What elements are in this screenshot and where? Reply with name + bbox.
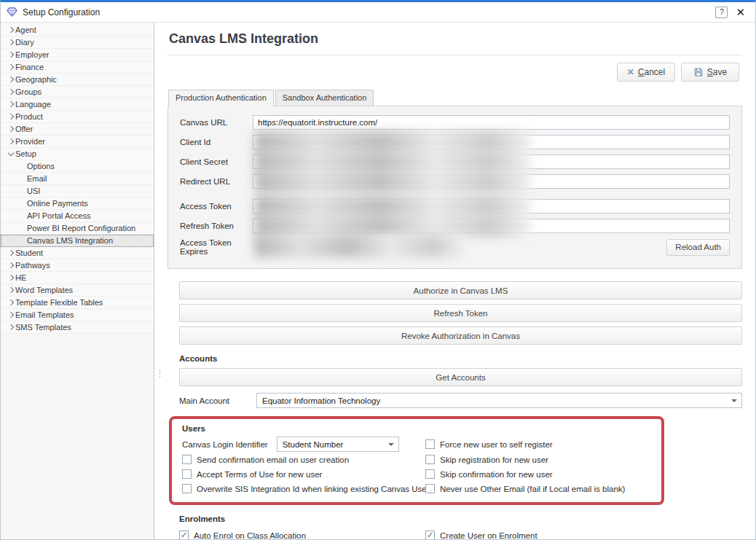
reload-auth-button[interactable]: Reload Auth <box>666 239 730 256</box>
field-input-access-token[interactable] <box>253 199 730 214</box>
chevron-right-icon[interactable] <box>6 251 15 255</box>
chevron-right-icon[interactable] <box>6 127 15 131</box>
users-heading: Users <box>182 424 653 433</box>
field-input-redirect-url[interactable] <box>253 174 730 189</box>
sidebar-item-diary[interactable]: Diary <box>1 36 154 49</box>
main-account-label: Main Account <box>179 396 256 405</box>
chevron-right-icon[interactable] <box>6 325 15 329</box>
sidebar-item-finance[interactable]: Finance <box>1 61 154 74</box>
help-button[interactable]: ? <box>715 7 728 18</box>
sidebar-item-student[interactable]: Student <box>1 247 154 259</box>
sidebar-item-label: SMS Templates <box>15 323 71 332</box>
chevron-right-icon[interactable] <box>6 77 15 82</box>
sidebar-item-label: Power BI Report Configuration <box>27 224 135 232</box>
sidebar-item-power-bi-report-configuration[interactable]: Power BI Report Configuration <box>1 222 154 235</box>
field-row-canvas-url: Canvas URLhttps://equatorit.instructure.… <box>180 115 730 130</box>
checkbox-force-new-user-to-self-register[interactable]: Force new user to self register <box>425 439 653 449</box>
tab-sandbox-authentication[interactable]: Sandbox Authentication <box>275 90 374 106</box>
redaction-blur <box>255 171 531 192</box>
field-value-canvas-url: https://equatorit.instructure.com/ <box>258 118 377 127</box>
chevron-right-icon[interactable] <box>6 139 15 144</box>
field-input-client-id[interactable] <box>253 135 730 149</box>
field-input-refresh-token[interactable] <box>253 219 730 233</box>
field-input-canvas-url[interactable]: https://equatorit.instructure.com/ <box>253 115 730 130</box>
chevron-right-icon[interactable] <box>6 90 15 94</box>
sidebar-item-label: Agent <box>15 26 36 34</box>
sidebar-item-word-templates[interactable]: Word Templates <box>1 284 154 297</box>
sidebar-item-he[interactable]: HE <box>1 272 154 284</box>
main-account-select[interactable]: Equator Information Technology <box>256 393 742 408</box>
revoke-authorization-in-canvas-button[interactable]: Revoke Authorization in Canvas <box>179 326 742 345</box>
sidebar-item-usi[interactable]: USI <box>1 185 154 197</box>
save-button[interactable]: Save <box>681 63 739 82</box>
sidebar-item-pathways[interactable]: Pathways <box>1 259 154 272</box>
close-button[interactable]: ✕ <box>733 7 748 17</box>
authorize-in-canvas-lms-button[interactable]: Authorize in Canvas LMS <box>179 281 742 300</box>
app-gem-icon <box>7 7 17 17</box>
chevron-right-icon[interactable] <box>6 28 15 32</box>
sidebar-item-geographic[interactable]: Geographic <box>1 74 154 86</box>
main-account-row: Main Account Equator Information Technol… <box>179 393 742 408</box>
checkbox-accept-terms-of-use-for-new-user[interactable]: Accept Terms of Use for new user <box>182 469 420 479</box>
sidebar-item-template-flexible-tables[interactable]: Template Flexible Tables <box>1 297 154 309</box>
chevron-right-icon[interactable] <box>6 288 15 292</box>
unchecked-checkbox-icon <box>182 455 192 464</box>
chevron-right-icon[interactable] <box>6 52 15 57</box>
sidebar-item-options[interactable]: Options <box>1 160 154 173</box>
chevron-right-icon[interactable] <box>6 40 15 44</box>
sidebar-item-offer[interactable]: Offer <box>1 123 154 136</box>
chevron-right-icon[interactable] <box>6 102 15 106</box>
page-title: Canvas LMS Integration <box>168 28 742 55</box>
main-content: Canvas LMS Integration ✕ Cancel Save Pro… <box>154 23 755 539</box>
sidebar-item-email[interactable]: Email <box>1 173 154 185</box>
sidebar-item-agent[interactable]: Agent <box>1 24 154 36</box>
sidebar-item-canvas-lms-integration[interactable]: Canvas LMS Integration <box>1 235 154 247</box>
cancel-button-label: Cancel <box>638 67 665 77</box>
chevron-right-icon[interactable] <box>6 275 15 280</box>
unchecked-checkbox-icon <box>425 469 435 479</box>
chevron-right-icon[interactable] <box>6 300 15 305</box>
field-row-refresh-token: Refresh Token <box>180 219 730 233</box>
sidebar-item-label: Options <box>27 162 55 171</box>
chevron-right-icon[interactable] <box>6 65 15 69</box>
sidebar-item-label: Word Templates <box>15 286 73 294</box>
get-accounts-button[interactable]: Get Accounts <box>179 368 742 386</box>
checkbox-skip-confirmation-for-new-user[interactable]: Skip confirmation for new user <box>425 469 653 479</box>
sidebar-item-employer[interactable]: Employer <box>1 49 154 61</box>
field-input-client-secret[interactable] <box>253 154 730 169</box>
login-identifier-row: Canvas Login Identifier Student Number <box>182 437 420 452</box>
redaction-blur <box>255 195 531 217</box>
sidebar-item-provider[interactable]: Provider <box>1 136 154 148</box>
chevron-right-icon[interactable] <box>6 313 15 317</box>
checkbox-overwrite-sis-integration-id-when-linking-existing-canvas-user[interactable]: Overwrite SIS Integration Id when linkin… <box>182 484 420 493</box>
chevron-down-icon[interactable] <box>6 152 15 155</box>
sidebar-item-email-templates[interactable]: Email Templates <box>1 309 154 321</box>
sidebar-item-api-portal-access[interactable]: API Portal Access <box>1 210 154 222</box>
refresh-token-button[interactable]: Refresh Token <box>179 304 742 322</box>
sidebar-item-setup[interactable]: Setup <box>1 148 154 160</box>
sidebar-item-label: Product <box>15 112 43 121</box>
sidebar-item-sms-templates[interactable]: SMS Templates <box>1 321 154 334</box>
unchecked-checkbox-icon <box>425 484 435 493</box>
splitter-grip-icon[interactable]: ⋮ <box>156 371 164 376</box>
checkbox-auto-enrol-on-class-allocation[interactable]: ✓Auto Enrol on Class Allocation <box>179 531 420 539</box>
checkbox-send-confirmation-email-on-user-creation[interactable]: Send confirmation email on user creation <box>182 455 420 464</box>
checkbox-label: Never use Other Email (fail if Local ema… <box>440 485 625 493</box>
checkbox-skip-registration-for-new-user[interactable]: Skip registration for new user <box>425 455 653 464</box>
checkbox-label: Force new user to self register <box>440 440 553 449</box>
sidebar-item-online-payments[interactable]: Online Payments <box>1 197 154 210</box>
chevron-right-icon[interactable] <box>6 263 15 267</box>
field-label-client-secret: Client Secret <box>180 157 253 166</box>
titlebar: Setup Configuration ? ✕ <box>1 2 755 23</box>
sidebar-item-product[interactable]: Product <box>1 111 154 123</box>
checkbox-never-use-other-email-fail-if-local-email-is-blank[interactable]: Never use Other Email (fail if Local ema… <box>425 484 653 493</box>
checkbox-create-user-on-enrolment[interactable]: ✓Create User on Enrolment <box>425 531 742 539</box>
checkbox-label: Skip registration for new user <box>440 455 548 464</box>
login-identifier-select[interactable]: Student Number <box>277 437 399 452</box>
cancel-button[interactable]: ✕ Cancel <box>617 63 675 82</box>
sidebar-item-language[interactable]: Language <box>1 98 154 111</box>
tab-production-authentication[interactable]: Production Authentication <box>168 90 274 106</box>
field-label-access-token: Access Token <box>180 202 253 211</box>
chevron-right-icon[interactable] <box>6 114 15 119</box>
sidebar-item-groups[interactable]: Groups <box>1 86 154 98</box>
